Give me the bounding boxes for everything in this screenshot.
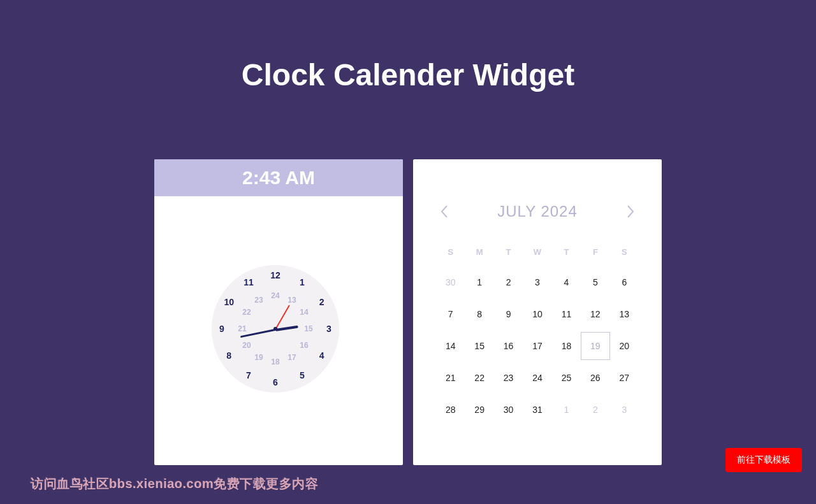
inner-hour-numeral: 24 [271,291,279,300]
dow-cell: S [436,247,465,257]
calendar-day[interactable]: 21 [436,364,465,392]
calendar-day[interactable]: 8 [465,300,493,328]
calendar-day[interactable]: 14 [436,332,465,360]
second-hand [275,305,290,329]
calendar-day[interactable]: 27 [610,364,639,392]
hour-numeral: 5 [300,370,305,380]
inner-hour-numeral: 19 [254,353,263,362]
calendar-day[interactable]: 7 [436,300,465,328]
dow-cell: T [494,247,523,257]
calendar-day[interactable]: 1 [552,396,581,424]
calendar-day[interactable]: 30 [436,268,465,296]
inner-hour-numeral: 17 [288,353,296,362]
hour-numeral: 7 [246,370,251,380]
hour-numeral: 10 [224,297,234,307]
calendar-day[interactable]: 3 [610,396,639,424]
calendar-day[interactable]: 25 [552,364,581,392]
month-year-label: JULY 2024 [497,203,578,220]
calendar-day[interactable]: 12 [581,300,609,328]
hour-numeral: 1 [300,277,305,287]
calendar-day[interactable]: 4 [552,268,581,296]
calendar-day[interactable]: 6 [610,268,639,296]
calendar-day[interactable]: 28 [436,396,465,424]
page-title: Clock Calender Widget [0,0,816,92]
calendar-card: JULY 2024 SMTWTFS 3012345678910111213141… [413,159,662,465]
calendar-day[interactable]: 30 [494,396,523,424]
watermark-text: 访问血鸟社区bbs.xieniao.com免费下载更多内容 [31,475,318,493]
clock-center-pin [273,327,277,331]
hour-numeral: 9 [219,324,224,334]
widgets-row: 2:43 AM 12123456789101124131415161718192… [0,159,816,465]
hour-numeral: 3 [326,324,332,334]
next-month-button[interactable] [626,203,635,220]
calendar-day[interactable]: 2 [494,268,523,296]
hour-numeral: 8 [226,350,231,361]
dow-cell: S [610,247,639,257]
calendar-day[interactable]: 26 [581,364,609,392]
dow-cell: F [581,247,609,257]
calendar-day[interactable]: 23 [494,364,523,392]
calendar-day[interactable]: 11 [552,300,581,328]
calendar-day[interactable]: 17 [523,332,551,360]
hour-numeral: 6 [273,377,278,387]
hour-numeral: 11 [244,277,254,287]
calendar-header: JULY 2024 [440,203,635,220]
calendar-day[interactable]: 1 [465,268,493,296]
calendar-day[interactable]: 29 [465,396,493,424]
digital-time: 2:43 AM [154,159,403,196]
hour-hand [275,326,298,331]
calendar-day[interactable]: 2 [581,396,609,424]
calendar-day[interactable]: 16 [494,332,523,360]
inner-hour-numeral: 20 [242,341,251,350]
calendar-day[interactable]: 5 [581,268,609,296]
inner-hour-numeral: 18 [271,357,279,366]
calendar-day[interactable]: 10 [523,300,551,328]
calendar-day[interactable]: 24 [523,364,551,392]
calendar-grid: 3012345678910111213141516171819202122232… [436,268,639,424]
dow-cell: T [552,247,581,257]
calendar-day[interactable]: 18 [552,332,581,360]
hour-numeral: 4 [319,350,324,361]
inner-hour-numeral: 23 [254,296,263,305]
inner-hour-numeral: 21 [238,324,246,333]
calendar-day[interactable]: 3 [523,268,551,296]
calendar-day-today[interactable]: 19 [581,332,609,360]
calendar-day[interactable]: 13 [610,300,639,328]
calendar-day[interactable]: 15 [465,332,493,360]
calendar-day[interactable]: 20 [610,332,639,360]
day-of-week-header: SMTWTFS [436,247,639,257]
prev-month-button[interactable] [440,203,449,220]
hour-numeral: 2 [319,297,324,307]
download-template-button[interactable]: 前往下载模板 [725,448,802,472]
calendar-day[interactable]: 31 [523,396,551,424]
calendar-day[interactable]: 9 [494,300,523,328]
inner-hour-numeral: 14 [300,308,308,317]
clock-card: 2:43 AM 12123456789101124131415161718192… [154,159,403,465]
inner-hour-numeral: 16 [300,341,308,350]
inner-hour-numeral: 15 [304,324,312,333]
dow-cell: M [465,247,493,257]
calendar-day[interactable]: 22 [465,364,493,392]
inner-hour-numeral: 13 [288,296,296,305]
analog-clock-face: 121234567891011241314151617181920212223 [212,265,339,392]
inner-hour-numeral: 22 [242,308,251,317]
hour-numeral: 12 [270,270,280,280]
dow-cell: W [523,247,551,257]
